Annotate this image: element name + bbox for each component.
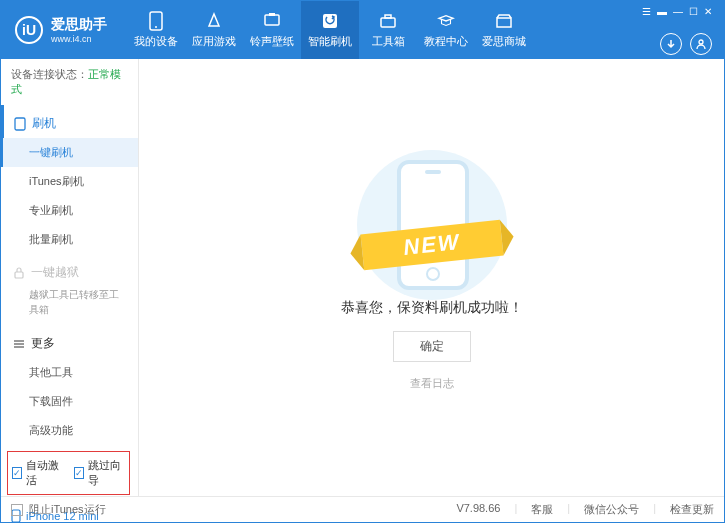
block-itunes-label: 阻止iTunes运行 — [29, 502, 106, 517]
user-button[interactable] — [690, 33, 712, 55]
window-controls: ☰ ▬ — ☐ ✕ — [642, 6, 712, 17]
checkbox-checked-icon: ✓ — [12, 467, 22, 479]
jailbreak-moved-note: 越狱工具已转移至工具箱 — [1, 287, 138, 325]
connection-status: 设备连接状态：正常模式 — [1, 59, 138, 105]
statusbar: 阻止iTunes运行 V7.98.66 | 客服 | 微信公众号 | 检查更新 — [1, 496, 724, 522]
titlebar: iU 爱思助手 www.i4.cn 我的设备 应用游戏 铃声壁纸 智能刷机 — [1, 1, 724, 59]
sidebar-item-download-firmware[interactable]: 下载固件 — [1, 387, 138, 416]
svg-rect-7 — [497, 18, 511, 27]
nav-store[interactable]: 爱思商城 — [475, 1, 533, 59]
nav-tutorials[interactable]: 教程中心 — [417, 1, 475, 59]
sidebar-group-jailbreak: 一键越狱 — [1, 254, 138, 287]
nav-smart-flash[interactable]: 智能刷机 — [301, 1, 359, 59]
svg-point-1 — [155, 26, 157, 28]
brand: iU 爱思助手 www.i4.cn — [1, 16, 121, 44]
phone-icon — [14, 117, 26, 131]
sidebar-group-more[interactable]: 更多 — [1, 325, 138, 358]
options-highlight-box: ✓ 自动激活 ✓ 跳过向导 — [7, 451, 130, 495]
footer-link-support[interactable]: 客服 — [531, 502, 553, 517]
svg-rect-4 — [323, 14, 337, 28]
device-icon — [147, 12, 165, 30]
top-nav: 我的设备 应用游戏 铃声壁纸 智能刷机 工具箱 教程中心 — [127, 1, 533, 59]
menu-icon[interactable]: ☰ — [642, 6, 651, 17]
apps-icon — [205, 12, 223, 30]
brand-name: 爱思助手 — [51, 16, 107, 34]
svg-rect-10 — [15, 272, 23, 278]
version-label: V7.98.66 — [456, 502, 500, 517]
footer-link-wechat[interactable]: 微信公众号 — [584, 502, 639, 517]
nav-my-device[interactable]: 我的设备 — [127, 1, 185, 59]
download-button[interactable] — [660, 33, 682, 55]
sidebar-item-pro-flash[interactable]: 专业刷机 — [1, 196, 138, 225]
minimize-icon[interactable]: — — [673, 6, 683, 17]
body: 设备连接状态：正常模式 刷机 一键刷机 iTunes刷机 专业刷机 批量刷机 一… — [1, 59, 724, 496]
brand-logo-icon: iU — [15, 16, 43, 44]
svg-rect-6 — [385, 15, 391, 18]
ok-button[interactable]: 确定 — [393, 331, 471, 362]
store-icon — [495, 12, 513, 30]
main-content: NEW 恭喜您，保资料刷机成功啦！ 确定 查看日志 — [139, 59, 724, 496]
sidebar-item-itunes-flash[interactable]: iTunes刷机 — [1, 167, 138, 196]
checkbox-checked-icon: ✓ — [74, 467, 84, 479]
svg-point-8 — [699, 40, 703, 44]
more-icon — [13, 338, 25, 350]
sidebar-item-oneclick-flash[interactable]: 一键刷机 — [1, 138, 138, 167]
svg-rect-2 — [265, 15, 279, 25]
app-window: iU 爱思助手 www.i4.cn 我的设备 应用游戏 铃声壁纸 智能刷机 — [0, 0, 725, 523]
tutorial-icon — [437, 12, 455, 30]
checkbox-auto-activate[interactable]: ✓ 自动激活 — [12, 458, 64, 488]
footer-link-update[interactable]: 检查更新 — [670, 502, 714, 517]
svg-rect-5 — [381, 18, 395, 27]
nav-ringtone-wallpaper[interactable]: 铃声壁纸 — [243, 1, 301, 59]
sidebar-item-advanced[interactable]: 高级功能 — [1, 416, 138, 445]
nav-toolbox[interactable]: 工具箱 — [359, 1, 417, 59]
checkbox-skip-guide[interactable]: ✓ 跳过向导 — [74, 458, 126, 488]
success-illustration: NEW — [342, 165, 522, 285]
sidebar-group-flash[interactable]: 刷机 — [1, 105, 138, 138]
sidebar: 设备连接状态：正常模式 刷机 一键刷机 iTunes刷机 专业刷机 批量刷机 一… — [1, 59, 139, 496]
sidebar-item-batch-flash[interactable]: 批量刷机 — [1, 225, 138, 254]
nav-apps-games[interactable]: 应用游戏 — [185, 1, 243, 59]
svg-rect-3 — [269, 13, 275, 16]
svg-rect-9 — [15, 118, 25, 130]
checkbox-block-itunes[interactable] — [11, 504, 23, 516]
ringtone-icon — [263, 12, 281, 30]
toolbox-icon — [379, 12, 397, 30]
view-log-link[interactable]: 查看日志 — [410, 376, 454, 391]
sidebar-item-other-tools[interactable]: 其他工具 — [1, 358, 138, 387]
brand-url: www.i4.cn — [51, 34, 107, 44]
close-icon[interactable]: ✕ — [704, 6, 712, 17]
skin-icon[interactable]: ▬ — [657, 6, 667, 17]
flash-icon — [321, 12, 339, 30]
titlebar-right: ☰ ▬ — ☐ ✕ — [642, 6, 724, 55]
lock-icon — [13, 267, 25, 279]
success-message: 恭喜您，保资料刷机成功啦！ — [341, 299, 523, 317]
maximize-icon[interactable]: ☐ — [689, 6, 698, 17]
